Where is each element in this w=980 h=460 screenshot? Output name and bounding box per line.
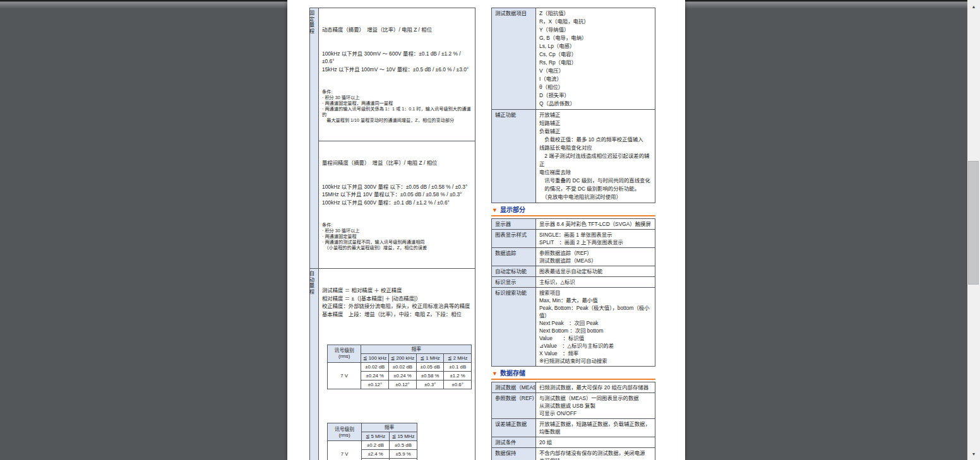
row-value: SINGLE：画面 1 单张图表显示 SPLIT ：画面 2 上下两张图表显示	[536, 230, 655, 248]
freq-col-header: ≦ 2 MHz	[444, 353, 472, 362]
accuracy-cell: ±2.4 %	[362, 450, 390, 459]
table-row: 自动定标功能 图表最适显示自动定标功能	[492, 266, 655, 277]
spec-column-right: 测试数据项目 Z（阻抗值） R，X（电阻，电抗） Y（导纳值） G, B（电导，…	[491, 8, 655, 460]
range-accuracy-table: 固定量程 动态精度（摘要） 增益（比率）/ 电阻 Z / 相位 100kHz 以…	[309, 8, 475, 460]
row-value: Z（阻抗值） R，X（电阻，电抗） Y（导纳值） G, B（电导，电纳） Ls,…	[536, 8, 655, 110]
row-value: 扫频测试数据，最大可保存 20 组在内部存储器	[536, 382, 655, 393]
accuracy-cell: ±5.9 %	[390, 450, 417, 459]
block-conditions: 条件: · 积分 30 循环以上 · 两通道固定量程，两通道同一量程 · 两通道…	[322, 89, 472, 123]
row-value: 主标识，△标识	[536, 277, 655, 288]
vertical-scrollbar[interactable]: ▲ ▼	[967, 0, 980, 460]
table-row: 数据追踪 参照数据追踪（REF） 测试数据追踪（MEAS）	[492, 248, 655, 266]
row-value: 图表最适显示自动定标功能	[536, 266, 655, 277]
row-value: 开放辅正数据，短路辅正数据，负载辅正数据， 均衡数据	[536, 419, 655, 437]
table-row: 参照数据（REF） 与测试数据（MEAS）一同图表显示的数据 从测试数据或 US…	[492, 393, 655, 419]
auto-range-accuracy-cell: 测试精度 ＝ 相对精度 ＋ 校正精度 相对精度 ＝ ±（|基本精度| ＋ |动态…	[319, 269, 475, 460]
table-row: 测试条件 20 组	[492, 437, 655, 448]
row-label: 误差辅正数据	[492, 419, 536, 437]
accuracy-cell: ±0.12°	[361, 380, 389, 389]
row-value: 开放辅正 短路辅正 负载辅正 负载校正值：最多 10 点的频率校正值输入 线路延…	[536, 110, 655, 203]
freq-col-header: ≦ 5 MHz	[362, 432, 390, 441]
table-row: 标识显示 主标识，△标识	[492, 277, 655, 288]
accuracy-cell: ±0.02 dB	[361, 362, 389, 371]
freq-col-header: ≦ 100 kHz	[361, 353, 389, 362]
display-section-table: 显示器 显示器 8.4 英吋彩色 TFT-LCD（SVGA）触摸屏 图表显示样式…	[491, 218, 655, 367]
frequency-header: 频率	[361, 345, 472, 353]
scroll-up-icon: ▲	[972, 4, 976, 9]
row-label: 测试数据项目	[492, 8, 536, 110]
row-label: 自动定标功能	[492, 266, 536, 277]
table-row: 标识搜索功能 搜索项目 Max, Min：最大，最小值 Peak, Bottom…	[492, 288, 655, 367]
table-row: 误差辅正数据 开放辅正数据，短路辅正数据，负载辅正数据， 均衡数据	[492, 419, 655, 437]
row-value: 参照数据追踪（REF） 测试数据追踪（MEAS）	[536, 248, 655, 266]
row-value: 显示器 8.4 英吋彩色 TFT-LCD（SVGA）触摸屏	[536, 219, 655, 230]
table-row: 显示器 显示器 8.4 英吋彩色 TFT-LCD（SVGA）触摸屏	[492, 219, 655, 230]
accuracy-cell: ±0.02 dB	[389, 362, 417, 371]
section-heading-data-storage: ▼数据存储	[491, 370, 655, 380]
section-marker-icon: ▼	[492, 370, 498, 377]
table-row: 7 V ±0.2 dB ±0.5 dB	[328, 441, 417, 450]
row-label: 测试条件	[492, 437, 536, 448]
block-lines: 100kHz 以下并且 300V 量程 以下：±0.05 dB / ±0.58 …	[322, 183, 472, 207]
table-row: 图表显示样式 SINGLE：画面 1 单张图表显示 SPLIT ：画面 2 上下…	[492, 230, 655, 248]
inter-range-accuracy-cell: 量程间精度（摘要） 增益（比率）/ 电阻 Z / 相位 100kHz 以下并且 …	[319, 141, 475, 269]
row-label: 数据追踪	[492, 248, 536, 266]
table-row: 数据保持 不含内部存储没有保存的测试数据，关闭电源 也可保持	[492, 448, 655, 460]
fixed-range-dynamic-accuracy-cell: 动态精度（摘要） 增益（比率）/ 电阻 Z / 相位 100kHz 以下并且 3…	[319, 8, 475, 141]
accuracy-cell: ±0.6°	[444, 380, 472, 389]
signal-level-header: 讯号级别 (rms)	[328, 345, 361, 362]
scrollbar-thumb[interactable]	[968, 161, 979, 285]
data-storage-table: 测试数据（MEAS） 扫频测试数据，最大可保存 20 组在内部存储器 参照数据（…	[491, 382, 655, 460]
row-value: 20 组	[536, 437, 655, 448]
signal-level-value: 7 V	[328, 362, 361, 389]
auto-range-label: 自动量程	[310, 269, 319, 460]
row-value: 搜索项目 Max, Min：最大，最小值 Peak, Bottom：Peak（极…	[536, 288, 655, 367]
viewer-background-right	[685, 0, 967, 460]
fixed-range-label: 固定量程	[310, 8, 319, 269]
impedance-test-table: 测试数据项目 Z（阻抗值） R，X（电阻，电抗） Y（导纳值） G, B（电导，…	[491, 8, 655, 203]
row-label: 数据保持	[492, 448, 536, 460]
block-conditions: 条件: · 积分 30 循环以上 · 两通道固定量程 · 两通道的测试量程不同，…	[322, 222, 472, 251]
accuracy-cell: ±0.58 %	[416, 371, 444, 380]
accuracy-cell: ±0.3°	[416, 380, 444, 389]
row-value: 不含内部存储没有保存的测试数据，关闭电源 也可保持	[536, 448, 655, 460]
scroll-down-button[interactable]: ▼	[967, 449, 980, 459]
row-label: 参照数据（REF）	[492, 393, 536, 419]
row-value: 与测试数据（MEAS）一同图表显示的数据 从测试数据或 USB 复製 可显示 O…	[536, 393, 655, 419]
block-lines: 100kHz 以下并且 300mV ～ 600V 量程：±0.1 dB / ±1…	[322, 50, 472, 74]
viewer-background-left	[0, 0, 287, 460]
row-label: 测试数据（MEAS）	[492, 382, 536, 393]
table-row: 讯号级别 (rms) 频率	[328, 423, 417, 432]
table-row: 量程间精度（摘要） 增益（比率）/ 电阻 Z / 相位 100kHz 以下并且 …	[310, 141, 475, 269]
spec-column-left: 固定量程 动态精度（摘要） 增益（比率）/ 电阻 Z / 相位 100kHz 以…	[309, 8, 475, 460]
table-row: 辅正功能 开放辅正 短路辅正 负载辅正 负载校正值：最多 10 点的频率校正值输…	[492, 110, 655, 203]
signal-level-value: 7 V	[328, 441, 362, 460]
accuracy-cell: ±1.2 %	[444, 371, 472, 380]
accuracy-cell: ±0.12°	[389, 380, 417, 389]
scroll-up-button[interactable]: ▲	[967, 1, 980, 11]
freq-col-header: ≦ 15 MHz	[390, 432, 417, 441]
table-row: 讯号级别 (rms) 频率	[328, 345, 472, 353]
frequency-header: 频率	[362, 423, 417, 432]
signal-level-accuracy-table-1: 讯号级别 (rms) 频率 ≦ 100 kHz ≦ 200 kHz ≦ 1 MH…	[327, 345, 472, 389]
section-heading-display: ▼显示部分	[491, 206, 655, 216]
signal-level-accuracy-table-2: 讯号级别 (rms) 频率 ≦ 5 MHz ≦ 15 MHz 7 V ±0.2 …	[327, 423, 417, 460]
accuracy-cell: ±0.05 dB	[416, 362, 444, 371]
row-label: 显示器	[492, 219, 536, 230]
table-row: 自动量程 测试精度 ＝ 相对精度 ＋ 校正精度 相对精度 ＝ ±（|基本精度| …	[310, 269, 475, 460]
document-page: 固定量程 动态精度（摘要） 增益（比率）/ 电阻 Z / 相位 100kHz 以…	[287, 0, 685, 460]
table-row: 测试数据项目 Z（阻抗值） R，X（电阻，电抗） Y（导纳值） G, B（电导，…	[492, 8, 655, 110]
row-label: 图表显示样式	[492, 230, 536, 248]
section-marker-icon: ▼	[492, 207, 498, 213]
block-lines: 测试精度 ＝ 相对精度 ＋ 校正精度 相对精度 ＝ ±（|基本精度| ＋ |动态…	[322, 286, 472, 318]
row-label: 标识搜索功能	[492, 288, 536, 367]
scroll-down-icon: ▼	[972, 452, 976, 456]
row-label: 标识显示	[492, 277, 536, 288]
section-title: 数据存储	[500, 370, 525, 377]
freq-col-header: ≦ 200 kHz	[389, 353, 417, 362]
table-row: 7 V ±0.02 dB ±0.02 dB ±0.05 dB ±0.1 dB	[328, 362, 472, 371]
section-title: 显示部分	[500, 206, 525, 213]
block-title: 动态精度（摘要） 增益（比率）/ 电阻 Z / 相位	[322, 26, 472, 34]
row-label: 辅正功能	[492, 110, 536, 203]
accuracy-cell: ±0.5 dB	[390, 441, 417, 450]
